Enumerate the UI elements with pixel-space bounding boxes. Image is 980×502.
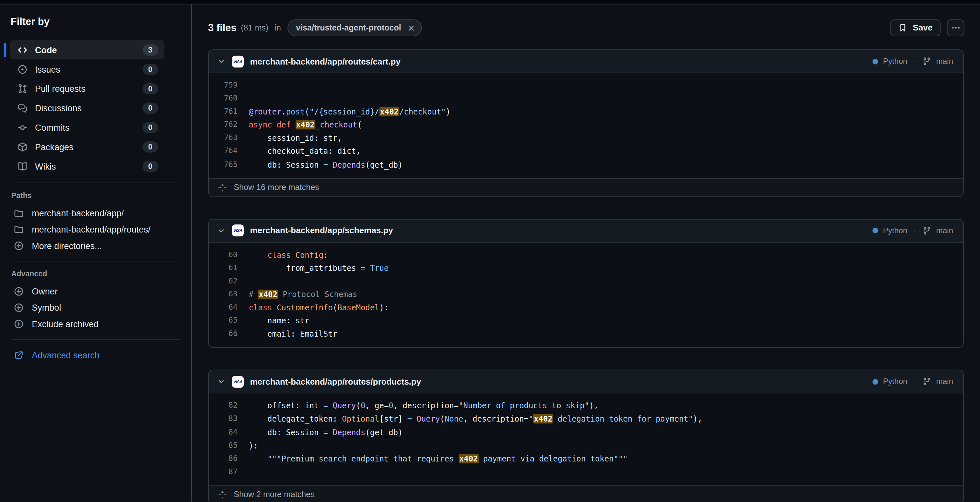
chevron-down-icon[interactable] [217,57,226,65]
search-result-card: VISA merchant-backend/app/routes/product… [208,370,964,502]
code-text [237,79,249,92]
advanced-exclude-archived-button[interactable]: Exclude archived [10,316,191,332]
code-text: offset: int = Query(0, ge=0, description… [237,399,598,413]
code-line: 60 class Config: [209,248,963,261]
line-number: 64 [209,301,237,314]
code-line: 763 session_id: str, [209,132,963,145]
line-number: 62 [209,274,237,288]
line-number: 86 [209,452,237,465]
code-line: 86 """Premium search endpoint that requi… [209,452,963,465]
search-match-highlight: x402 [296,120,315,130]
line-number: 761 [209,105,237,118]
line-number: 61 [209,261,237,275]
code-line: 765 db: Session = Depends(get_db) [209,158,963,171]
filter-item-code[interactable]: Code 3 [10,40,164,59]
filter-item-packages[interactable]: Packages 0 [10,137,164,156]
filter-count-badge: 3 [143,44,158,56]
advanced-search-link[interactable]: Advanced search [10,347,191,363]
line-number: 63 [209,288,237,301]
result-file-header[interactable]: VISA merchant-backend/app/routes/cart.py… [209,50,963,73]
unfold-icon [218,183,227,192]
language-label: Python [883,378,907,386]
code-line: 61 from_attributes = True [209,261,963,275]
code-line: 764 checkout_data: dict, [209,145,963,158]
save-button[interactable]: Save [890,19,940,36]
code-text: """Premium search endpoint that requires… [237,452,628,465]
result-file-header[interactable]: VISA merchant-backend/app/schemas.py Pyt… [209,219,963,242]
sidebar-divider [11,183,181,183]
line-number: 760 [209,92,237,105]
line-number: 60 [209,248,237,261]
folder-icon [14,225,24,234]
code-snippet: 759760761@router.post("/{session_id}/x40… [209,73,963,178]
separator-dot: · [913,378,916,386]
filter-count-badge: 0 [143,141,158,152]
code-text: checkout_data: dict, [237,145,361,158]
code-line: 64class CustomerInfo(BaseModel): [209,301,963,314]
path-filter-item[interactable]: merchant-backend/app/ [10,205,191,222]
code-text [237,465,249,478]
chevron-down-icon[interactable] [217,378,226,386]
unfold-icon [218,490,227,499]
line-number: 85 [209,439,237,452]
external-link-icon [14,350,24,360]
filter-item-wikis[interactable]: Wikis 0 [10,156,164,176]
language-label: Python [883,226,907,235]
advanced-search-label: Advanced search [32,350,100,360]
filter-item-pull-requests[interactable]: Pull requests 0 [10,79,164,98]
line-number: 65 [209,314,237,327]
search-match-highlight: x402 [258,290,278,299]
file-path-link[interactable]: merchant-backend/app/routes/cart.py [250,57,400,66]
plus-circle-icon [14,319,24,329]
code-icon [18,45,27,55]
show-more-matches-button[interactable]: Show 2 more matches [209,485,963,502]
code-text: db: Session = Depends(get_db) [237,426,403,439]
show-more-matches-button[interactable]: Show 16 more matches [209,178,963,196]
code-text [237,92,249,105]
line-number: 83 [209,413,237,426]
chevron-down-icon[interactable] [217,226,226,235]
show-more-label: Show 2 more matches [234,490,314,499]
advanced-owner-button[interactable]: Owner [10,284,191,300]
path-label: merchant-backend/app/routes/ [32,225,150,234]
filter-list: Code 3 Issues 0 Pull requests 0 Discussi… [10,40,164,175]
more-directories-button[interactable]: More directories... [10,238,191,254]
plus-circle-icon [14,286,24,296]
file-path-link[interactable]: merchant-backend/app/routes/products.py [250,377,421,387]
code-line: 63# x402 Protocol Schemas [209,288,963,301]
path-label: merchant-backend/app/ [32,208,124,218]
line-number: 84 [209,426,237,439]
more-options-button[interactable] [947,19,964,36]
repo-chip-label: visa/trusted-agent-protocol [296,23,401,32]
filter-count-badge: 0 [143,64,158,75]
filter-count-badge: 0 [143,102,158,113]
visa-logo-text: VISA [233,379,242,384]
header-actions: Save [890,19,964,36]
visa-logo-text: VISA [233,59,242,64]
code-text: class Config: [237,248,328,261]
visa-logo-text: VISA [233,228,242,233]
code-snippet: 82 offset: int = Query(0, ge=0, descript… [209,394,963,486]
repo-avatar: VISA [232,225,244,237]
filter-item-issues[interactable]: Issues 0 [10,59,164,79]
close-icon [407,23,415,32]
repo-avatar: VISA [232,56,244,67]
filter-item-commits[interactable]: Commits 0 [10,118,164,137]
language-color-dot [872,228,878,233]
search-match-highlight: x402 [458,454,478,464]
kebab-horizontal-icon [951,23,960,32]
git-pull-request-icon [18,83,27,93]
advanced-symbol-button[interactable]: Symbol [10,300,191,316]
git-branch-icon [922,226,931,235]
code-line: 761@router.post("/{session_id}/x402/chec… [209,105,963,118]
line-number: 759 [209,79,237,92]
line-number: 762 [209,118,237,132]
result-file-header[interactable]: VISA merchant-backend/app/routes/product… [209,370,963,394]
more-directories-label: More directories... [32,241,102,251]
code-line: 87 [209,465,963,478]
repo-filter-chip[interactable]: visa/trusted-agent-protocol [287,19,422,36]
path-filter-item[interactable]: merchant-backend/app/routes/ [10,222,191,238]
remove-repo-filter-button[interactable] [407,23,415,32]
filter-item-discussions[interactable]: Discussions 0 [10,98,164,118]
file-path-link[interactable]: merchant-backend/app/schemas.py [250,226,393,236]
